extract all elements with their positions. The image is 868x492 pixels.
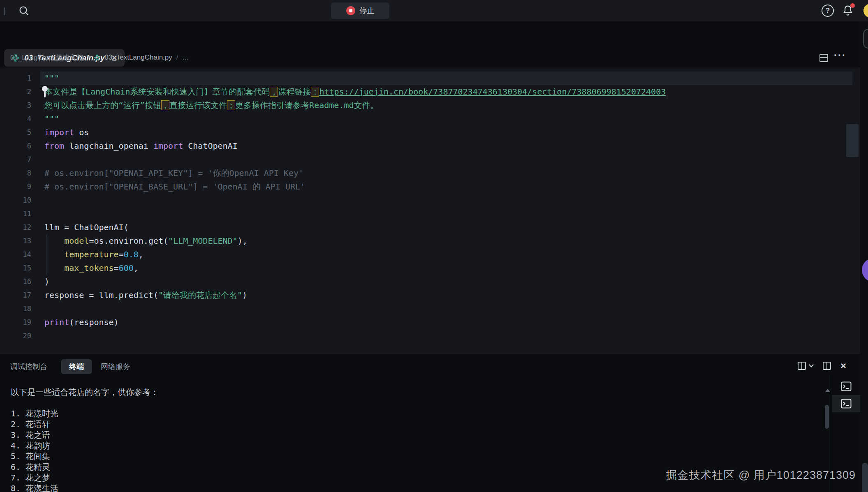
- cursor-marker: [42, 86, 48, 98]
- breadcrumb-separator: /: [176, 53, 178, 62]
- split-terminal-icon[interactable]: [798, 362, 806, 370]
- panel-tab-debug-console[interactable]: 调试控制台: [10, 359, 47, 374]
- code-line-7[interactable]: 7: [0, 153, 868, 166]
- python-file-icon: [94, 54, 100, 61]
- code-line-15[interactable]: 15 max_tokens=600,: [0, 261, 868, 275]
- line-number: 5: [0, 126, 31, 139]
- chevron-down-icon[interactable]: [808, 364, 814, 368]
- watermark: 掘金技术社区 @ 用户101223871309: [666, 468, 856, 483]
- breadcrumb-folder[interactable]: 01_LangChain快速入门: [10, 53, 84, 62]
- user-avatar[interactable]: [863, 4, 868, 18]
- page-scrollbar[interactable]: [862, 463, 868, 492]
- more-actions-icon[interactable]: ···: [834, 49, 846, 61]
- code-line-text: temperature=0.8,: [44, 248, 144, 261]
- code-line-11[interactable]: 11: [0, 207, 868, 221]
- code-line-1[interactable]: 1""": [0, 72, 868, 85]
- code-line-text: # os.environ["OPENAI_API_KEY"] = '你的Open…: [44, 166, 303, 180]
- code-line-text: response = llm.predict("请给我的花店起个名"): [44, 289, 247, 302]
- line-number: 3: [0, 99, 31, 112]
- split-editor-icon[interactable]: [819, 54, 828, 62]
- code-line-text: import os: [44, 126, 89, 139]
- right-rail: [860, 21, 868, 492]
- line-number: 4: [0, 112, 31, 126]
- bottom-panel: 调试控制台 终端 网络服务 × 以下是一些适合花店的名字，供你参考： 1. 花漾…: [0, 354, 868, 492]
- notification-bell-icon[interactable]: [842, 4, 854, 17]
- line-number: 18: [0, 302, 31, 316]
- tab-bar: 03_TextLangChain.py × ···: [0, 21, 868, 49]
- search-icon[interactable]: [18, 5, 30, 16]
- line-number: 2: [0, 85, 31, 99]
- terminal-line: 2. 花语轩: [11, 419, 817, 430]
- code-line-8[interactable]: 8# os.environ["OPENAI_API_KEY"] = '你的Ope…: [0, 166, 868, 180]
- code-line-text: llm = ChatOpenAI(: [44, 221, 129, 234]
- panel-tab-network-service[interactable]: 网络服务: [101, 359, 130, 374]
- code-line-text: """: [44, 72, 59, 85]
- line-number: 6: [0, 139, 31, 153]
- code-line-text: 您可以点击最上方的“运行”按钮，直接运行该文件；更多操作指引请参考Readme.…: [44, 99, 378, 112]
- terminal-line: 3. 花之语: [11, 430, 817, 440]
- code-line-20[interactable]: 20: [0, 329, 868, 343]
- code-line-text: # os.environ["OPENAI_BASE_URL"] = 'OpenA…: [44, 180, 305, 194]
- terminal-line: 5. 花间集: [11, 451, 817, 462]
- code-line-2[interactable]: 2本文件是【LangChain系统安装和快速入门】章节的配套代码，课程链接：ht…: [0, 85, 868, 99]
- terminal-instance-item[interactable]: [832, 378, 860, 395]
- code-line-9[interactable]: 9# os.environ["OPENAI_BASE_URL"] = 'Open…: [0, 180, 868, 194]
- top-bar: 停止 ?: [0, 0, 868, 21]
- code-line-text: """: [44, 112, 59, 126]
- terminal-line: 8. 花漾生活: [11, 483, 817, 492]
- breadcrumb-file[interactable]: 03_TextLangChain.py: [104, 53, 172, 62]
- sidebar-edge-indicator: [4, 7, 5, 15]
- line-number: 15: [0, 261, 31, 275]
- panel-layout-icon[interactable]: [823, 362, 831, 370]
- code-line-13[interactable]: 13 model=os.environ.get("LLM_MODELEND"),: [0, 234, 868, 248]
- code-line-4[interactable]: 4""": [0, 112, 868, 126]
- code-line-16[interactable]: 16): [0, 275, 868, 289]
- code-line-19[interactable]: 19print(response): [0, 316, 868, 329]
- code-editor[interactable]: 1"""2本文件是【LangChain系统安装和快速入门】章节的配套代码，课程链…: [0, 67, 868, 354]
- code-line-18[interactable]: 18: [0, 302, 868, 316]
- line-number: 20: [0, 329, 31, 343]
- breadcrumb-more[interactable]: ...: [183, 53, 188, 62]
- code-line-text: ): [44, 275, 49, 289]
- code-line-12[interactable]: 12llm = ChatOpenAI(: [0, 221, 868, 234]
- breadcrumb: 01_LangChain快速入门 / 03_TextLangChain.py /…: [10, 49, 188, 67]
- stop-icon: [346, 6, 355, 15]
- panel-tab-terminal[interactable]: 终端: [61, 359, 92, 374]
- line-number: 7: [0, 153, 31, 166]
- line-number: 11: [0, 207, 31, 221]
- code-line-text: from langchain_openai import ChatOpenAI: [44, 139, 238, 153]
- terminal-line: 4. 花韵坊: [11, 440, 817, 451]
- terminal-line: [11, 397, 817, 408]
- scroll-up-arrow[interactable]: [825, 389, 830, 392]
- terminal-scrollbar[interactable]: [825, 405, 829, 429]
- code-line-5[interactable]: 5import os: [0, 126, 868, 139]
- line-number: 14: [0, 248, 31, 261]
- stop-button-label: 停止: [360, 6, 375, 16]
- line-number: 8: [0, 166, 31, 180]
- line-number: 10: [0, 194, 31, 207]
- breadcrumb-separator: /: [88, 53, 90, 62]
- code-line-14[interactable]: 14 temperature=0.8,: [0, 248, 868, 261]
- line-number: 9: [0, 180, 31, 194]
- code-line-6[interactable]: 6from langchain_openai import ChatOpenAI: [0, 139, 868, 153]
- code-line-17[interactable]: 17response = llm.predict("请给我的花店起个名"): [0, 289, 868, 302]
- code-line-text: 本文件是【LangChain系统安装和快速入门】章节的配套代码，课程链接：htt…: [44, 85, 666, 99]
- code-line-10[interactable]: 10: [0, 194, 868, 207]
- help-icon[interactable]: ?: [822, 5, 834, 17]
- code-line-3[interactable]: 3您可以点击最上方的“运行”按钮，直接运行该文件；更多操作指引请参考Readme…: [0, 99, 868, 112]
- editor-scrollbar[interactable]: [846, 124, 859, 157]
- close-panel-icon[interactable]: ×: [840, 360, 846, 372]
- stop-button[interactable]: 停止: [331, 2, 389, 19]
- line-number: 13: [0, 234, 31, 248]
- floating-widget-partial[interactable]: [863, 29, 868, 49]
- line-number: 12: [0, 221, 31, 234]
- notification-badge: [850, 3, 855, 8]
- current-line-highlight: [40, 72, 852, 85]
- line-number: 16: [0, 275, 31, 289]
- help-glyph: ?: [826, 7, 830, 15]
- terminal-instance-item-selected[interactable]: [832, 395, 860, 412]
- app-window: 停止 ? 03_TextLangChain.py ×: [0, 0, 868, 492]
- code-line-text: print(response): [44, 316, 119, 329]
- code-line-text: max_tokens=600,: [44, 261, 139, 275]
- terminal-line: 1. 花漾时光: [11, 408, 817, 419]
